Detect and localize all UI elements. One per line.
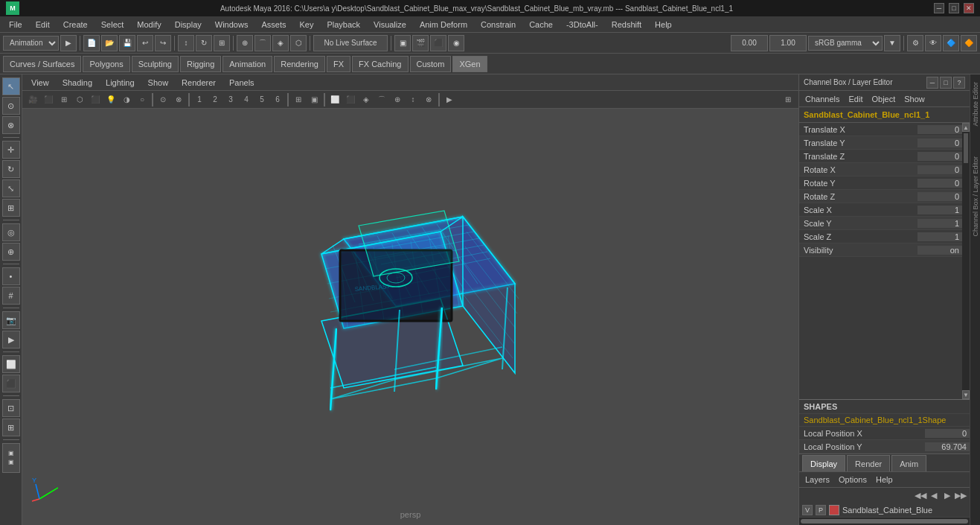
translate-tool-btn[interactable]: ✛ [2, 141, 20, 159]
undo-btn[interactable]: ↩ [137, 35, 153, 51]
vp-res6-btn[interactable]: 6 [270, 92, 285, 107]
vp-hide-btn[interactable]: ⊗ [171, 92, 186, 107]
snap-surface-btn[interactable]: ⬡ [290, 35, 307, 51]
render-globals-btn[interactable]: 🔶 [961, 35, 977, 51]
module-tab-curves---surfaces[interactable]: Curves / Surfaces [3, 56, 81, 72]
display-all-btn[interactable]: ⬜ [2, 355, 20, 373]
vp-shade-btn[interactable]: ⬛ [88, 92, 103, 107]
layer-nav-first[interactable]: ◀◀ [915, 489, 926, 501]
menu-item-redshift[interactable]: Redshift [606, 19, 647, 31]
vp-res3-btn[interactable]: 3 [223, 92, 238, 107]
close-button[interactable]: ✕ [964, 3, 974, 13]
cb-edit-menu[interactable]: Edit [845, 93, 865, 105]
channel-scrollbar[interactable]: ▲ ▼ [962, 123, 970, 399]
ipr-btn[interactable]: ◉ [448, 35, 464, 51]
layer-row[interactable]: V P Sandblast_Cabinet_Blue [799, 503, 970, 518]
layer-playback[interactable]: P [816, 505, 826, 515]
snap-pts-btn[interactable]: • [2, 267, 20, 285]
render-view-btn[interactable]: 👁 [925, 35, 941, 51]
shape-channel-value[interactable]: 0 [925, 429, 970, 438]
shading-menu[interactable]: Shading [57, 77, 98, 89]
display-tab[interactable]: Display [802, 455, 845, 471]
redo-btn[interactable]: ↪ [155, 35, 171, 51]
colorspace-expand-btn[interactable]: ▼ [884, 35, 900, 51]
vp-extra-btn[interactable]: ⊞ [781, 92, 795, 107]
menu-item-constrain[interactable]: Constrain [475, 19, 522, 31]
module-tab-fx[interactable]: FX [327, 56, 350, 72]
shape-channel-value[interactable]: 69.704 [925, 442, 970, 451]
channel-value[interactable]: 0 [917, 139, 962, 147]
vp-hud-btn[interactable]: ⊞ [291, 92, 306, 107]
vp-camera-btn[interactable]: 🎥 [25, 92, 40, 107]
soft-mod-btn[interactable]: ◎ [2, 223, 20, 241]
scroll-thumb[interactable] [964, 133, 968, 163]
layer-scroll-thumb[interactable] [801, 519, 968, 524]
channel-value[interactable]: 0 [917, 179, 962, 188]
cb-object-menu[interactable]: Object [868, 93, 898, 105]
menu-item-visualize[interactable]: Visualize [368, 19, 412, 31]
menu-item-anim-deform[interactable]: Anim Deform [414, 19, 473, 31]
panels-menu[interactable]: Panels [223, 77, 260, 89]
layer-nav-next[interactable]: ▶ [941, 489, 953, 501]
scale-btn[interactable]: ⊞ [214, 35, 230, 51]
render-btn[interactable]: 🎬 [412, 35, 429, 51]
vp-res2-btn[interactable]: 2 [208, 92, 222, 107]
layers-menu[interactable]: Layers [802, 474, 833, 486]
vp-film-btn[interactable]: ⬛ [41, 92, 56, 107]
vp-isolate-btn[interactable]: ⊙ [156, 92, 170, 107]
vp-gate-btn[interactable]: ▣ [307, 92, 321, 107]
maximize-button[interactable]: □ [949, 3, 959, 13]
channel-value[interactable]: on [917, 246, 962, 255]
vp-obj-btn[interactable]: ⬜ [327, 92, 342, 107]
vp-joints-btn[interactable]: ⊕ [390, 92, 405, 107]
layer-scrollbar[interactable] [799, 518, 970, 525]
vp-subd-btn[interactable]: ◈ [359, 92, 374, 107]
show-menu[interactable]: Show [142, 77, 175, 89]
snap-grid-btn[interactable]: ⊕ [237, 35, 253, 51]
layer-nav-last[interactable]: ▶▶ [955, 489, 967, 501]
select-tool-btn[interactable]: ↖ [2, 77, 20, 95]
minimize-button[interactable]: ─ [934, 3, 944, 13]
menu-item-edit[interactable]: Edit [30, 19, 56, 31]
channel-value[interactable]: 1 [917, 219, 962, 228]
channel-value[interactable]: 1 [917, 206, 962, 214]
hypershade-btn[interactable]: 🔷 [943, 35, 959, 51]
module-tab-xgen[interactable]: XGen [452, 56, 487, 72]
vp-ik-btn[interactable]: ↕ [406, 92, 420, 107]
options-menu[interactable]: Options [836, 474, 870, 486]
cb-show-menu[interactable]: Show [901, 93, 928, 105]
attribute-editor-tab[interactable]: Attribute Editor [972, 82, 979, 127]
scale-tool-btn[interactable]: ⤡ [2, 179, 20, 197]
layer-nav-prev[interactable]: ◀ [928, 489, 940, 501]
anim-tab[interactable]: Anim [891, 455, 926, 471]
module-tab-animation[interactable]: Animation [222, 56, 272, 72]
open-file-btn[interactable]: 📂 [101, 35, 118, 51]
module-tab-rigging[interactable]: Rigging [180, 56, 221, 72]
channel-value[interactable]: 1 [917, 232, 962, 241]
menu-item-modify[interactable]: Modify [131, 19, 167, 31]
view-menu[interactable]: View [25, 77, 55, 89]
new-file-btn[interactable]: 📄 [83, 35, 100, 51]
snap-curve-btn[interactable]: ⌒ [254, 35, 271, 51]
vp-grid-btn[interactable]: ⊞ [57, 92, 71, 107]
scroll-up-btn[interactable]: ▲ [962, 123, 970, 132]
scroll-down-btn[interactable]: ▼ [962, 390, 970, 399]
lighting-menu[interactable]: Lighting [100, 77, 141, 89]
menu-item-file[interactable]: File [3, 19, 28, 31]
vp-res5-btn[interactable]: 5 [254, 92, 269, 107]
cb-close-btn[interactable]: ─ [926, 77, 938, 89]
render-region-btn[interactable]: ▣ [394, 35, 411, 51]
menu-item-assets[interactable]: Assets [255, 19, 292, 31]
module-tab-polygons[interactable]: Polygons [83, 56, 129, 72]
save-file-btn[interactable]: 💾 [119, 35, 135, 51]
channel-value[interactable]: 0 [917, 125, 962, 134]
module-tab-custom[interactable]: Custom [410, 56, 452, 72]
move-btn[interactable]: ↕ [178, 35, 194, 51]
channel-value[interactable]: 0 [917, 165, 962, 174]
module-tab-rendering[interactable]: Rendering [274, 56, 325, 72]
channel-box-tab[interactable]: Channel Box / Layer Editor [972, 156, 979, 237]
snap-point-btn[interactable]: ◈ [272, 35, 289, 51]
renderer-menu[interactable]: Renderer [176, 77, 222, 89]
vp-xray-btn[interactable]: ○ [135, 92, 150, 107]
quick-layout-btn[interactable]: ⊡ [2, 399, 20, 417]
